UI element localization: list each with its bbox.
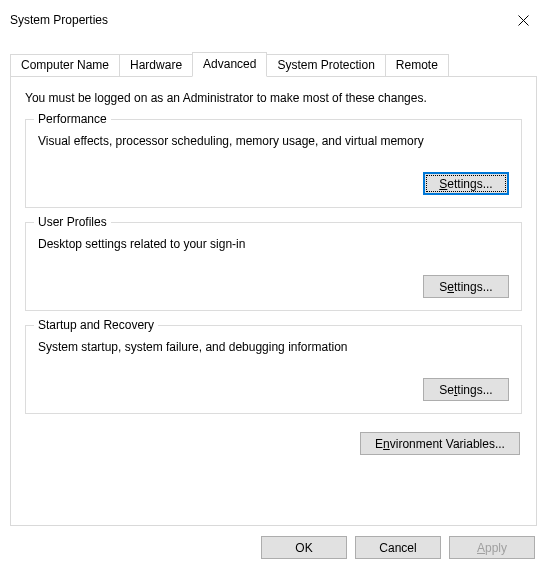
tab-system-protection[interactable]: System Protection	[266, 54, 385, 78]
user-profiles-settings-button[interactable]: Settings...	[423, 275, 509, 298]
dialog-button-row: OK Cancel Apply	[0, 526, 547, 569]
tab-advanced[interactable]: Advanced	[192, 52, 267, 77]
tab-panel-advanced: You must be logged on as an Administrato…	[10, 76, 537, 526]
intro-text: You must be logged on as an Administrato…	[25, 91, 522, 105]
cancel-button[interactable]: Cancel	[355, 536, 441, 559]
group-startup-legend: Startup and Recovery	[34, 318, 158, 332]
group-performance: Performance Visual effects, processor sc…	[25, 119, 522, 208]
tab-computer-name[interactable]: Computer Name	[10, 54, 120, 78]
group-user-profiles-desc: Desktop settings related to your sign-in	[38, 237, 509, 251]
group-user-profiles: User Profiles Desktop settings related t…	[25, 222, 522, 311]
group-startup-desc: System startup, system failure, and debu…	[38, 340, 509, 354]
window-title: System Properties	[10, 13, 108, 27]
environment-variables-button[interactable]: Environment Variables...	[360, 432, 520, 455]
apply-button: Apply	[449, 536, 535, 559]
startup-settings-button[interactable]: Settings...	[423, 378, 509, 401]
group-performance-legend: Performance	[34, 112, 111, 126]
group-performance-desc: Visual effects, processor scheduling, me…	[38, 134, 509, 148]
performance-settings-button[interactable]: Settings...	[423, 172, 509, 195]
tab-remote[interactable]: Remote	[385, 54, 449, 78]
titlebar: System Properties	[0, 0, 547, 40]
group-user-profiles-legend: User Profiles	[34, 215, 111, 229]
group-startup-recovery: Startup and Recovery System startup, sys…	[25, 325, 522, 414]
close-icon	[518, 15, 529, 26]
tabs-row: Computer Name Hardware Advanced System P…	[10, 52, 537, 76]
tab-hardware[interactable]: Hardware	[119, 54, 193, 78]
ok-button[interactable]: OK	[261, 536, 347, 559]
close-button[interactable]	[511, 8, 535, 32]
